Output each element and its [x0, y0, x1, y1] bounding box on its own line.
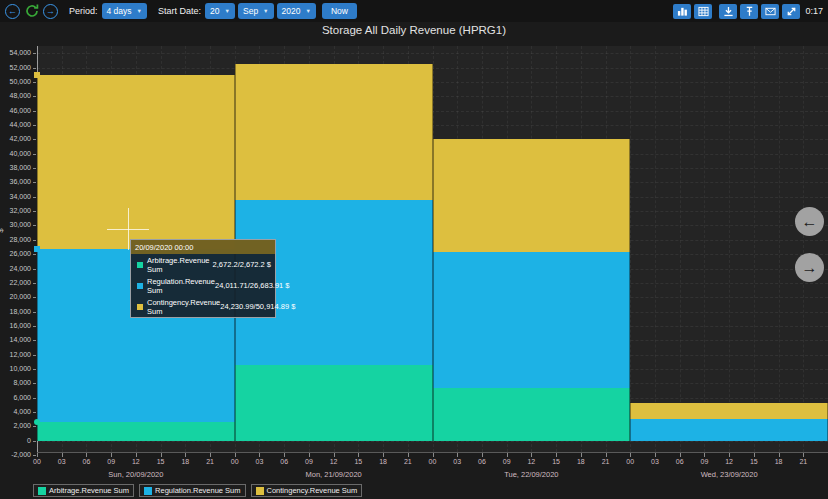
plot-area[interactable]: 20/09/2020 00:00 Arbitrage.Revenue Sum 2…	[37, 46, 828, 453]
y-tick-label: 54,000	[0, 49, 31, 56]
y-tick-mark	[33, 68, 36, 69]
table-view-button[interactable]	[694, 4, 712, 19]
legend-color-chip	[38, 487, 46, 495]
x-tick-mark	[161, 453, 162, 457]
hour-label: 15	[546, 458, 566, 465]
x-tick-mark	[235, 453, 236, 457]
x-tick-mark	[655, 453, 656, 457]
vertical-gridline	[779, 46, 780, 452]
y-tick-label: 28,000	[0, 236, 31, 243]
session-timer: 0:17	[805, 6, 823, 16]
bar-segment-arbitrage-day2[interactable]	[433, 388, 631, 441]
envelope-icon	[765, 6, 776, 17]
y-tick-label: 46,000	[0, 107, 31, 114]
tooltip-series-value: 2,672.2/2,672.2 $	[213, 260, 271, 269]
forward-button[interactable]: →	[43, 4, 58, 19]
y-tick-label: 44,000	[0, 121, 31, 128]
fullscreen-button[interactable]	[782, 4, 800, 19]
y-tick-label: 20,000	[0, 293, 31, 300]
email-button[interactable]	[761, 4, 779, 19]
x-tick-mark	[136, 453, 137, 457]
legend-item[interactable]: Arbitrage.Revenue Sum	[33, 484, 134, 497]
toolbar-left: ← → Period: 4 days ▼ Start Date: 20 ▼ Se…	[5, 3, 357, 20]
start-day-select[interactable]: 20 ▼	[205, 3, 235, 19]
x-tick-mark	[680, 453, 681, 457]
back-button[interactable]: ←	[5, 4, 20, 19]
y-tick-mark	[33, 225, 36, 226]
tooltip-row: Arbitrage.Revenue Sum 2,672.2/2,672.2 $	[131, 254, 275, 275]
x-tick-mark	[630, 453, 631, 457]
now-button[interactable]: Now	[322, 3, 357, 19]
y-tick-label: 48,000	[0, 92, 31, 99]
x-tick-mark	[309, 453, 310, 457]
bar-segment-contingency-day0[interactable]	[37, 75, 235, 249]
start-year-value: 2020	[282, 6, 301, 16]
hour-label: 12	[521, 458, 541, 465]
y-tick-label: 22,000	[0, 279, 31, 286]
x-tick-mark	[556, 453, 557, 457]
legend-item[interactable]: Contingency.Revenue Sum	[251, 484, 363, 497]
y-tick-mark	[33, 312, 36, 313]
download-button[interactable]	[719, 4, 737, 19]
refresh-button[interactable]	[23, 3, 40, 20]
tooltip-row: Contingency.Revenue Sum 24,230.99/50,914…	[131, 296, 275, 317]
pan-left-button[interactable]: ←	[795, 207, 824, 236]
x-tick-mark	[111, 453, 112, 457]
tooltip-series-value: 24,011.71/26,683.91 $	[215, 281, 290, 290]
bar-segment-contingency-day2[interactable]	[433, 139, 631, 252]
y-tick-label: 24,000	[0, 265, 31, 272]
y-tick-label: 6,000	[0, 394, 31, 401]
period-select[interactable]: 4 days ▼	[102, 3, 148, 19]
legend-item[interactable]: Regulation.Revenue Sum	[139, 484, 245, 497]
hour-label: 18	[769, 458, 789, 465]
x-tick-mark	[507, 453, 508, 457]
tooltip-series-name: Arbitrage.Revenue Sum	[147, 256, 213, 274]
y-tick-mark	[33, 82, 36, 83]
y-tick-mark	[33, 53, 36, 54]
bar-segment-arbitrage-day1[interactable]	[235, 365, 433, 441]
y-tick-mark	[33, 340, 36, 341]
y-tick-label: 42,000	[0, 135, 31, 142]
y-tick-mark	[33, 297, 36, 298]
x-tick-mark	[37, 453, 38, 457]
chart-view-button[interactable]	[673, 4, 691, 19]
legend-color-chip	[144, 487, 152, 495]
bar-segment-regulation-day3[interactable]	[630, 419, 828, 441]
y-tick-label: 2,000	[0, 422, 31, 429]
bar-segment-regulation-day2[interactable]	[433, 252, 631, 388]
y-tick-mark	[33, 398, 36, 399]
bar-segment-contingency-day3[interactable]	[630, 403, 828, 418]
hour-label: 21	[200, 458, 220, 465]
pan-right-button[interactable]: →	[795, 253, 824, 282]
hour-label: 15	[348, 458, 368, 465]
y-tick-label: 10,000	[0, 365, 31, 372]
y-tick-mark	[33, 125, 36, 126]
x-tick-mark	[803, 453, 804, 457]
x-tick-mark	[358, 453, 359, 457]
x-tick-mark	[185, 453, 186, 457]
hour-label: 18	[571, 458, 591, 465]
vertical-gridline	[803, 46, 804, 452]
hour-label: 00	[423, 458, 443, 465]
pin-button[interactable]	[740, 4, 758, 19]
hour-label: 03	[447, 458, 467, 465]
bar-segment-contingency-day1[interactable]	[235, 64, 433, 199]
y-tick-label: 38,000	[0, 164, 31, 171]
hour-label: 18	[373, 458, 393, 465]
tooltip-row: Regulation.Revenue Sum 24,011.71/26,683.…	[131, 275, 275, 296]
y-tick-mark	[33, 139, 36, 140]
y-tick-mark	[33, 455, 36, 456]
hour-label: 03	[52, 458, 72, 465]
chevron-down-icon: ▼	[305, 8, 310, 14]
y-tick-label: 16,000	[0, 322, 31, 329]
start-year-select[interactable]: 2020 ▼	[277, 3, 316, 19]
start-month-select[interactable]: Sep ▼	[238, 3, 274, 19]
tooltip-series-name: Regulation.Revenue Sum	[147, 277, 215, 295]
y-tick-mark	[33, 369, 36, 370]
y-tick-mark	[33, 283, 36, 284]
forward-arrow-icon: →	[46, 7, 55, 16]
legend-color-chip	[256, 487, 264, 495]
bar-segment-arbitrage-day0[interactable]	[37, 422, 235, 441]
x-tick-mark	[581, 453, 582, 457]
hour-label: 06	[670, 458, 690, 465]
